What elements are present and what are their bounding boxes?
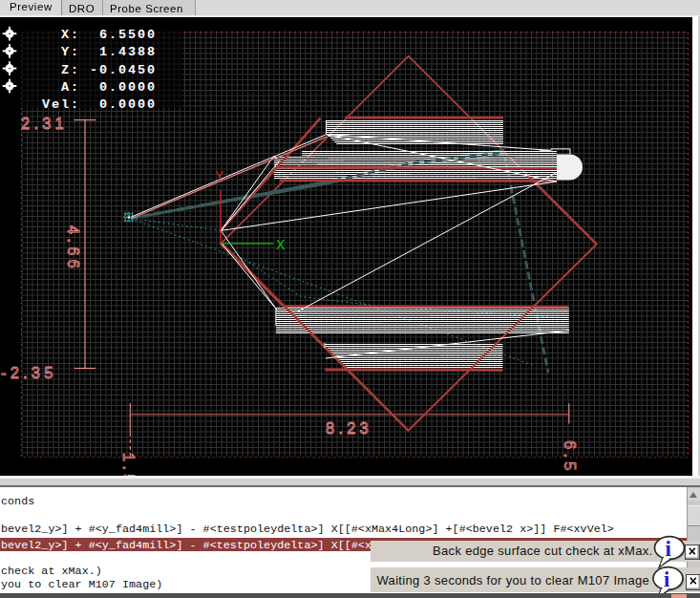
svg-text:-2.35: -2.35 xyxy=(1,364,57,381)
svg-text:Y: Y xyxy=(215,168,224,183)
svg-text:6.5: 6.5 xyxy=(562,440,579,475)
svg-text:2.31: 2.31 xyxy=(21,115,68,132)
svg-text:4.66: 4.66 xyxy=(65,225,82,272)
svg-text:i: i xyxy=(666,537,672,561)
svg-text:X: X xyxy=(276,237,286,252)
svg-text:i: i xyxy=(664,567,670,591)
svg-text:1.5: 1.5 xyxy=(120,453,138,476)
svg-text:8.23: 8.23 xyxy=(326,419,372,437)
